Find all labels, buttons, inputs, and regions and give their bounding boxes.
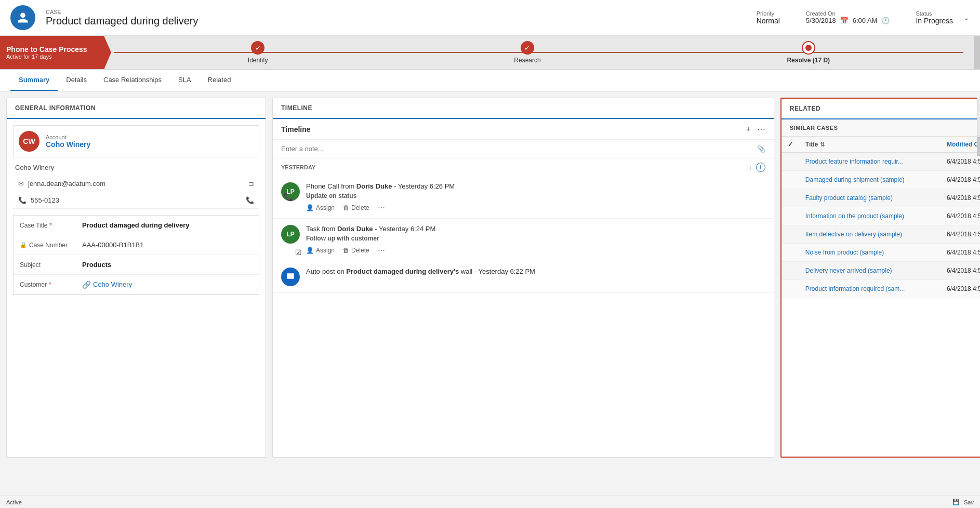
more-button-0[interactable]: ⋯	[378, 204, 385, 212]
sort-icon: ⇅	[820, 141, 825, 148]
case-title-link-4[interactable]: Item defective on delivery (sample)	[805, 231, 902, 238]
email-icon: ✉	[18, 180, 24, 188]
email-action-icon[interactable]: ⊐	[248, 180, 254, 188]
case-modified-2: 6/4/2018 4:57 PM	[941, 189, 980, 207]
general-info-header: GENERAL INFORMATION	[7, 98, 266, 119]
process-steps: ✓ Identify ✓ Research Resolve (17 D)	[104, 41, 974, 64]
form-section: Case Title * Product damaged during deli…	[13, 215, 259, 295]
case-title-row: Case Title * Product damaged during deli…	[14, 216, 259, 235]
assign-button-1[interactable]: 👤 Assign	[306, 247, 335, 254]
similar-case-row-7: Product information required (sam... 6/4…	[782, 280, 980, 298]
phone-left: 📞 555-0123	[18, 196, 59, 204]
phone-action-icon[interactable]: 📞	[246, 196, 254, 204]
tab-sla[interactable]: SLA	[170, 70, 200, 91]
related-panel-wrap: RELATED SIMILAR CASES ✓ Title ⇅ Modified…	[780, 98, 974, 458]
customer-name: Coho Winery	[93, 280, 132, 288]
sidebar-edit-icon[interactable]: ✏	[977, 98, 980, 116]
header-collapse-chevron[interactable]: ⌄	[963, 14, 970, 22]
similar-case-row-6: Delivery never arrived (sample) 6/4/2018…	[782, 262, 980, 280]
timeline-avatar-1: LP	[281, 225, 300, 244]
similar-cases-table: ✓ Title ⇅ Modified On Product feature in…	[782, 137, 980, 298]
case-modified-1: 6/4/2018 4:57 PM	[941, 171, 980, 189]
created-date: 5/30/2018	[806, 17, 836, 24]
process-banner-arrow	[104, 36, 111, 70]
priority-value: Normal	[757, 17, 780, 25]
timeline-title-1: Task from Doris Duke - Yesterday 6:24 PM	[306, 225, 765, 233]
case-check-4	[782, 225, 799, 244]
email-row: ✉ jenna.dean@adatum.com ⊐	[13, 176, 259, 192]
case-check-1	[782, 171, 799, 189]
case-label: CASE	[46, 9, 725, 15]
calendar-icon[interactable]: 📅	[840, 17, 849, 24]
account-sub: Coho Winery	[13, 164, 259, 176]
nav-tabs: Summary Details Case Relationships SLA R…	[0, 70, 980, 91]
info-icon[interactable]: i	[756, 163, 765, 172]
case-number-value: AAA-00000-B1B1B1	[82, 241, 144, 249]
timeline-actions-1: 👤 Assign 🗑 Delete ⋯	[306, 246, 765, 255]
tab-related[interactable]: Related	[200, 70, 240, 91]
created-on-field: Created On 5/30/2018 📅 6:00 AM 🕐	[806, 10, 890, 25]
header-fields: Priority Normal Created On 5/30/2018 📅 6…	[757, 10, 953, 25]
tab-case-relationships[interactable]: Case Relationships	[95, 70, 170, 91]
delete-button-1[interactable]: 🗑 Delete	[343, 247, 369, 254]
note-input-field[interactable]	[281, 145, 753, 153]
delete-button-0[interactable]: 🗑 Delete	[343, 204, 369, 211]
account-name[interactable]: Coho Winery	[46, 140, 90, 149]
more-button-1[interactable]: ⋯	[378, 246, 385, 255]
process-step-resolve[interactable]: Resolve (17 D)	[787, 41, 830, 64]
case-check-3	[782, 207, 799, 225]
delete-icon-1: 🗑	[343, 247, 349, 254]
case-title-link-3[interactable]: Information on the product (sample)	[805, 212, 904, 220]
customer-value[interactable]: 🔗 Coho Winery	[82, 280, 132, 289]
process-banner: Phone to Case Process Active for 17 days	[0, 36, 104, 69]
process-step-identify[interactable]: ✓ Identify	[248, 41, 268, 64]
sidebar-book-icon[interactable]: 📖	[977, 117, 980, 136]
account-label: Account	[46, 134, 90, 140]
tab-details[interactable]: Details	[58, 70, 95, 91]
case-title-link-7[interactable]: Product information required (sam...	[805, 285, 905, 292]
sort-desc-icon[interactable]: ↓	[749, 164, 752, 170]
created-label: Created On	[806, 10, 836, 17]
timeline-avatar-wrap-1: LP ☑	[281, 225, 300, 255]
case-title-link-1[interactable]: Damaged during shipment (sample)	[805, 176, 905, 183]
yesterday-group: YESTERDAY ↓ i	[273, 158, 774, 176]
case-title-link-2[interactable]: Faulty product catalog (sample)	[805, 194, 893, 202]
case-modified-3: 6/4/2018 4:57 PM	[941, 207, 980, 225]
process-step-research[interactable]: ✓ Research	[514, 41, 540, 64]
created-time: 6:00 AM	[853, 17, 878, 24]
time-icon[interactable]: 🕐	[881, 17, 890, 24]
sidebar-grid-icon[interactable]: ⊞	[977, 137, 980, 156]
timeline-title-row: Timeline + ⋯	[273, 119, 774, 140]
case-title-link-6[interactable]: Delivery never arrived (sample)	[805, 267, 892, 274]
main-content: GENERAL INFORMATION CW Account Coho Wine…	[0, 91, 980, 464]
case-title-link-0[interactable]: Product feature information requir...	[805, 158, 903, 165]
case-avatar	[10, 5, 35, 30]
timeline-actions-0: 👤 Assign 🗑 Delete ⋯	[306, 204, 765, 212]
right-sidebar-icons: ✏ 📖 ⊞	[977, 98, 980, 156]
process-bar-scrollbar[interactable]	[974, 36, 980, 70]
col-modified[interactable]: Modified On	[941, 137, 980, 153]
timeline-avatar-2	[281, 268, 300, 286]
timeline-item-2: Auto-post on Product damaged during deli…	[273, 261, 774, 293]
subject-value[interactable]: Products	[82, 261, 111, 269]
assign-button-0[interactable]: 👤 Assign	[306, 204, 335, 211]
step-label-identify: Identify	[248, 57, 268, 64]
case-title-value[interactable]: Product damaged during delivery	[82, 221, 190, 229]
tab-summary[interactable]: Summary	[10, 70, 58, 91]
process-banner-sub: Active for 17 days	[6, 54, 98, 60]
related-header: RELATED	[782, 99, 980, 119]
attachment-icon[interactable]: 📎	[757, 145, 765, 153]
created-value-row: 5/30/2018 📅 6:00 AM 🕐	[806, 17, 890, 24]
timeline-content-2: Auto-post on Product damaged during deli…	[306, 268, 765, 286]
col-title[interactable]: Title ⇅	[799, 137, 941, 153]
similar-case-row-5: Noise from product (sample) 6/4/2018 4:5…	[782, 244, 980, 262]
related-panel: RELATED SIMILAR CASES ✓ Title ⇅ Modified…	[780, 98, 980, 458]
timeline-header-label: TIMELINE	[273, 98, 774, 119]
timeline-add-button[interactable]: +	[746, 124, 751, 134]
priority-label: Priority	[757, 10, 774, 17]
case-title-link-5[interactable]: Noise from product (sample)	[805, 249, 884, 256]
yesterday-label: YESTERDAY	[281, 164, 315, 170]
timeline-more-button[interactable]: ⋯	[757, 124, 765, 134]
note-input-row: 📎	[273, 140, 774, 158]
process-banner-title: Phone to Case Process	[6, 45, 98, 54]
